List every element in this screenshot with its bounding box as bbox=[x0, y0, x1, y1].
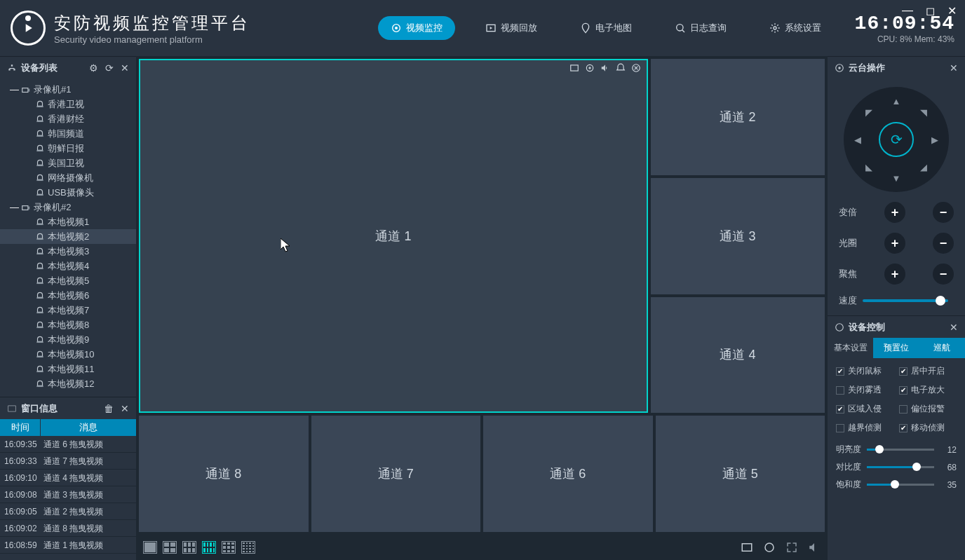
video-channel-3[interactable]: 通道 3 bbox=[651, 178, 825, 294]
nav-map[interactable]: 电子地图 bbox=[567, 16, 645, 40]
tree-camera[interactable]: 本地视频6 bbox=[0, 288, 136, 303]
tree-recorder[interactable]: —录像机#1 bbox=[0, 82, 136, 97]
video-channel-8[interactable]: 通道 8 bbox=[139, 416, 309, 532]
tree-camera[interactable]: 本地视频4 bbox=[0, 259, 136, 273]
tree-camera[interactable]: 本地视频12 bbox=[0, 376, 136, 391]
window-info-close-icon[interactable]: ✕ bbox=[121, 403, 129, 414]
zoom-out-button[interactable]: − bbox=[933, 202, 954, 223]
tree-camera[interactable]: USB摄像头 bbox=[0, 185, 136, 200]
ptz-close-icon[interactable]: ✕ bbox=[950, 62, 958, 74]
ptz-upright-button[interactable]: ◥ bbox=[915, 104, 932, 121]
device-refresh-icon[interactable]: ⟳ bbox=[105, 62, 114, 74]
video-channel-main[interactable]: 通道 1 bbox=[139, 59, 648, 413]
tree-camera[interactable]: 本地视频9 bbox=[0, 332, 136, 347]
log-row[interactable]: 16:09:10通道 4 拖曳视频 bbox=[0, 470, 136, 486]
dev-ctrl-close-icon[interactable]: ✕ bbox=[950, 322, 958, 333]
channel-main-label: 通道 1 bbox=[375, 228, 411, 245]
app-title: 安防视频监控管理平台 bbox=[54, 12, 250, 34]
device-settings-icon[interactable]: ⚙ bbox=[89, 62, 98, 74]
dev-ctrl-check[interactable]: 电子放大 bbox=[899, 384, 957, 396]
tree-camera[interactable]: 朝鲜日报 bbox=[0, 141, 136, 156]
device-tree: —录像机#1香港卫视香港财经韩国频道朝鲜日报美国卫视网络摄像机USB摄像头—录像… bbox=[0, 78, 136, 397]
iris-close-button[interactable]: − bbox=[933, 233, 954, 254]
nav-monitor[interactable]: 视频监控 bbox=[378, 16, 455, 40]
ptz-right-button[interactable]: ▶ bbox=[926, 131, 943, 148]
focus-far-button[interactable]: − bbox=[933, 264, 954, 285]
nav-settings[interactable]: 系统设置 bbox=[757, 16, 834, 40]
dev-ctrl-check[interactable]: 越界侦测 bbox=[836, 422, 893, 434]
ptz-downleft-button[interactable]: ◣ bbox=[861, 158, 877, 175]
tree-camera[interactable]: 本地视频3 bbox=[0, 244, 136, 259]
focus-near-button[interactable]: + bbox=[884, 264, 905, 285]
dev-ctrl-slider[interactable]: 明亮度12 bbox=[828, 441, 965, 458]
layout-16-button[interactable] bbox=[241, 541, 255, 554]
close-button[interactable]: ✕ bbox=[947, 4, 957, 18]
zoom-in-button[interactable]: + bbox=[884, 202, 905, 223]
tree-camera[interactable]: 本地视频8 bbox=[0, 317, 136, 332]
minimize-button[interactable]: — bbox=[902, 4, 913, 18]
tree-camera[interactable]: 本地视频11 bbox=[0, 362, 136, 376]
layout-1-button[interactable] bbox=[143, 541, 157, 554]
video-channel-6[interactable]: 通道 6 bbox=[483, 416, 653, 532]
toolbar-record-icon[interactable] bbox=[763, 541, 776, 554]
tree-camera[interactable]: 本地视频1 bbox=[0, 214, 136, 229]
tree-camera[interactable]: 本地视频7 bbox=[0, 303, 136, 317]
nav-playback[interactable]: 视频回放 bbox=[473, 16, 550, 40]
video-channel-2[interactable]: 通道 2 bbox=[651, 59, 825, 175]
log-row[interactable]: 16:09:02通道 8 拖曳视频 bbox=[0, 520, 136, 537]
tree-camera[interactable]: 网络摄像机 bbox=[0, 170, 136, 185]
channel-snapshot-icon[interactable] bbox=[569, 63, 579, 73]
video-channel-7[interactable]: 通道 7 bbox=[311, 416, 481, 532]
dev-ctrl-slider[interactable]: 对比度68 bbox=[828, 458, 965, 476]
tree-recorder[interactable]: —录像机#2 bbox=[0, 200, 136, 214]
video-channel-4[interactable]: 通道 4 bbox=[651, 297, 825, 414]
maximize-button[interactable]: ◻ bbox=[926, 4, 935, 18]
window-info-trash-icon[interactable]: 🗑 bbox=[104, 403, 114, 414]
toolbar-fullscreen-icon[interactable] bbox=[785, 541, 798, 554]
tree-camera[interactable]: 香港财经 bbox=[0, 111, 136, 126]
device-close-icon[interactable]: ✕ bbox=[121, 62, 129, 74]
dev-ctrl-tab-2[interactable]: 巡航 bbox=[919, 338, 965, 358]
ptz-downright-button[interactable]: ◢ bbox=[915, 158, 932, 175]
ptz-left-button[interactable]: ◀ bbox=[849, 131, 866, 148]
tree-camera[interactable]: 韩国频道 bbox=[0, 126, 136, 141]
dev-ctrl-check[interactable]: 关闭雾透 bbox=[836, 384, 893, 396]
ptz-reset-button[interactable]: ⟳ bbox=[879, 122, 914, 157]
channel-close-icon[interactable] bbox=[631, 63, 641, 73]
iris-open-button[interactable]: + bbox=[884, 233, 905, 254]
toolbar-snapshot-icon[interactable] bbox=[741, 541, 753, 554]
layout-4-button[interactable] bbox=[163, 541, 177, 554]
dev-ctrl-check[interactable]: 关闭鼠标 bbox=[836, 365, 893, 377]
log-row[interactable]: 16:09:08通道 3 拖曳视频 bbox=[0, 486, 136, 503]
dev-ctrl-tab-0[interactable]: 基本设置 bbox=[828, 338, 873, 358]
tree-camera[interactable]: 香港卫视 bbox=[0, 97, 136, 111]
log-row[interactable]: 16:09:33通道 7 拖曳视频 bbox=[0, 453, 136, 470]
video-channel-5[interactable]: 通道 5 bbox=[656, 416, 825, 532]
ptz-speed-slider[interactable] bbox=[863, 299, 948, 302]
dev-ctrl-check[interactable]: 居中开启 bbox=[899, 365, 957, 377]
log-row[interactable]: 16:09:05通道 2 拖曳视频 bbox=[0, 503, 136, 520]
app-logo-icon bbox=[11, 11, 46, 46]
dev-ctrl-slider[interactable]: 饱和度35 bbox=[828, 476, 965, 493]
dev-ctrl-check[interactable]: 偏位报警 bbox=[899, 403, 957, 415]
channel-alarm-icon[interactable] bbox=[616, 63, 626, 73]
tree-camera[interactable]: 美国卫视 bbox=[0, 156, 136, 170]
dev-ctrl-tab-1[interactable]: 预置位 bbox=[873, 338, 919, 358]
toolbar-audio-icon[interactable] bbox=[808, 541, 821, 554]
dev-ctrl-check[interactable]: 移动侦测 bbox=[899, 422, 957, 434]
tree-camera[interactable]: 本地视频5 bbox=[0, 273, 136, 288]
nav-log[interactable]: 日志查询 bbox=[662, 16, 739, 40]
ptz-up-button[interactable]: ▲ bbox=[888, 93, 905, 109]
layout-6-button[interactable] bbox=[182, 541, 196, 554]
layout-8-button[interactable] bbox=[202, 541, 216, 554]
dev-ctrl-check[interactable]: 区域入侵 bbox=[836, 403, 893, 415]
layout-9-button[interactable] bbox=[222, 541, 236, 554]
channel-audio-icon[interactable] bbox=[600, 63, 610, 73]
tree-camera[interactable]: 本地视频10 bbox=[0, 347, 136, 362]
log-row[interactable]: 16:08:59通道 1 拖曳视频 bbox=[0, 537, 136, 554]
log-row[interactable]: 16:09:35通道 6 拖曳视频 bbox=[0, 436, 136, 453]
ptz-upleft-button[interactable]: ◤ bbox=[861, 104, 877, 121]
ptz-down-button[interactable]: ▼ bbox=[888, 170, 905, 186]
tree-camera[interactable]: 本地视频2 bbox=[0, 229, 136, 244]
channel-record-icon[interactable] bbox=[585, 63, 595, 73]
